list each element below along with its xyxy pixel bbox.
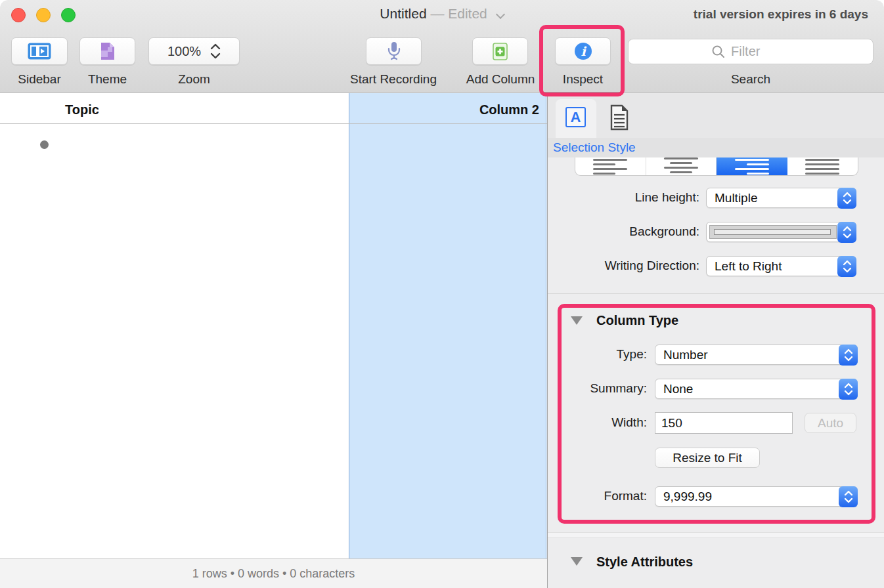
- add-column-icon: [491, 43, 509, 60]
- add-column-button-label: Add Column: [460, 72, 541, 87]
- search-icon: [711, 45, 726, 59]
- annotation-box-column-type: [558, 304, 875, 524]
- window-chrome: Untitled — Edited trial version expires …: [0, 0, 884, 93]
- inspector-section-divider-band: [548, 532, 884, 538]
- inspector-tab-bar: [548, 93, 884, 138]
- selection-style-label: Selection Style: [553, 140, 636, 155]
- zoom-control-label: Zoom: [148, 72, 240, 87]
- align-left-button[interactable]: [575, 158, 646, 175]
- search-field-label: Search: [628, 72, 873, 87]
- sidebar-button-label: Sidebar: [11, 72, 68, 87]
- align-justify-icon: [805, 159, 839, 175]
- align-left-icon: [593, 159, 627, 175]
- zoom-value: 100%: [167, 44, 201, 59]
- style-attributes-disclosure-triangle[interactable]: [571, 557, 583, 566]
- window-title: Untitled: [380, 6, 426, 21]
- align-center-button[interactable]: [646, 158, 717, 175]
- background-color-popup[interactable]: [706, 222, 856, 242]
- header-divider: [0, 123, 547, 124]
- theme-icon: [100, 42, 116, 60]
- filter-input[interactable]: [731, 44, 790, 59]
- selected-column-highlight[interactable]: [349, 93, 546, 558]
- column2-column-header[interactable]: Column 2: [349, 102, 539, 117]
- sidebar-icon: [28, 43, 51, 60]
- align-right-button[interactable]: [717, 158, 787, 175]
- writing-direction-popup-chevrons-icon: [837, 256, 856, 277]
- align-center-icon: [664, 158, 698, 176]
- text-style-tab-icon[interactable]: A: [565, 107, 586, 127]
- sidebar-button[interactable]: [11, 37, 68, 65]
- search-field[interactable]: [628, 39, 873, 64]
- start-recording-button[interactable]: [366, 37, 422, 65]
- tab-document[interactable]: [609, 104, 630, 133]
- line-height-value: Multiple: [715, 188, 757, 207]
- background-color-well[interactable]: [709, 225, 837, 239]
- writing-direction-label: Writing Direction:: [558, 259, 699, 273]
- row-bullet-handle[interactable]: [40, 140, 49, 149]
- style-attributes-section-title: Style Attributes: [596, 555, 693, 570]
- status-text: 1 rows • 0 words • 0 characters: [192, 567, 355, 581]
- writing-direction-popup[interactable]: Left to Right: [706, 256, 856, 276]
- writing-direction-value: Left to Right: [715, 257, 782, 276]
- status-bar: 1 rows • 0 words • 0 characters: [0, 558, 547, 588]
- theme-button-label: Theme: [79, 72, 135, 87]
- align-justify-button[interactable]: [787, 158, 858, 175]
- line-height-popup[interactable]: Multiple: [706, 188, 856, 208]
- background-label: Background:: [558, 224, 699, 239]
- start-recording-button-label: Start Recording: [339, 72, 448, 87]
- line-height-popup-chevrons-icon: [837, 188, 856, 209]
- window-title-edited: — Edited: [430, 6, 487, 21]
- title-disclosure-chevron-icon[interactable]: [497, 10, 504, 18]
- zoom-control[interactable]: 100%: [148, 37, 240, 65]
- theme-button[interactable]: [79, 37, 135, 65]
- line-height-label: Line height:: [558, 190, 699, 205]
- background-popup-chevrons-icon: [837, 222, 856, 243]
- outline-area: Topic Column 2: [0, 93, 547, 558]
- microphone-icon: [386, 41, 403, 61]
- align-right-icon: [735, 159, 769, 175]
- text-alignment-segmented-control: [575, 158, 858, 176]
- inspector-section-divider: [548, 293, 884, 294]
- document-icon: [609, 104, 630, 131]
- topic-column-header[interactable]: Topic: [0, 102, 164, 117]
- add-column-button[interactable]: [472, 37, 528, 65]
- trial-expiry-text: trial version expires in 6 days: [694, 7, 868, 22]
- zoom-stepper-icon[interactable]: [210, 43, 221, 60]
- omnioutliner-window: Untitled — Edited trial version expires …: [0, 0, 884, 588]
- annotation-box-inspect: [539, 25, 625, 96]
- selection-style-band: Selection Style: [548, 138, 884, 158]
